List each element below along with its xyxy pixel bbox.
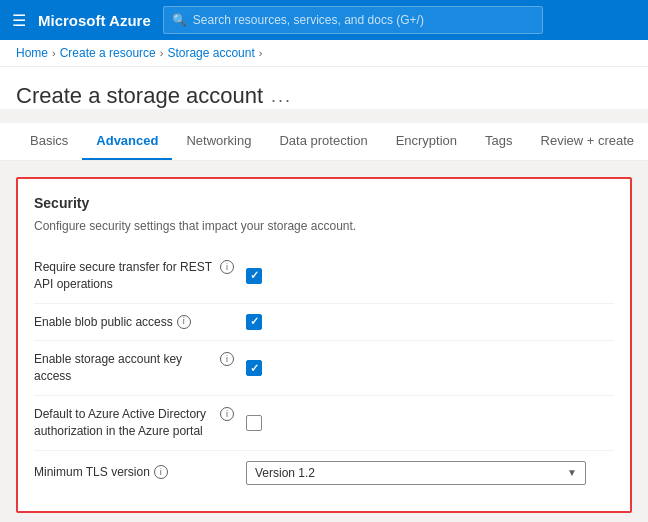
tab-basics[interactable]: Basics xyxy=(16,123,82,160)
tab-encryption[interactable]: Encryption xyxy=(382,123,471,160)
search-placeholder: Search resources, services, and docs (G+… xyxy=(193,13,424,27)
setting-row-aad-auth: Default to Azure Active Directory author… xyxy=(34,396,614,451)
search-bar[interactable]: 🔍 Search resources, services, and docs (… xyxy=(163,6,543,34)
setting-control-storage-key-access xyxy=(246,360,614,376)
dropdown-arrow-icon: ▼ xyxy=(567,467,577,478)
checkbox-blob-public-access[interactable] xyxy=(246,314,262,330)
setting-row-tls-version: Minimum TLS version i Version 1.2 ▼ xyxy=(34,451,614,495)
page-title-ellipsis[interactable]: ... xyxy=(271,86,292,107)
info-icon-secure-transfer[interactable]: i xyxy=(220,260,234,274)
tab-networking[interactable]: Networking xyxy=(172,123,265,160)
tab-data-protection[interactable]: Data protection xyxy=(265,123,381,160)
top-nav: ☰ Microsoft Azure 🔍 Search resources, se… xyxy=(0,0,648,40)
security-description: Configure security settings that impact … xyxy=(34,219,614,233)
setting-row-storage-key-access: Enable storage account key access i xyxy=(34,341,614,396)
checkbox-storage-key-access[interactable] xyxy=(246,360,262,376)
setting-label-secure-transfer: Require secure transfer for REST API ope… xyxy=(34,259,234,293)
main-content: Security Configure security settings tha… xyxy=(0,161,648,522)
security-box: Security Configure security settings tha… xyxy=(16,177,632,513)
breadcrumb-sep-3: › xyxy=(259,47,263,59)
setting-label-blob-public-access: Enable blob public access i xyxy=(34,314,234,331)
checkbox-aad-auth[interactable] xyxy=(246,415,262,431)
setting-control-tls-version: Version 1.2 ▼ xyxy=(246,461,614,485)
breadcrumb-sep-2: › xyxy=(160,47,164,59)
info-icon-tls-version[interactable]: i xyxy=(154,465,168,479)
search-icon: 🔍 xyxy=(172,13,187,27)
page-title: Create a storage account ... xyxy=(16,83,632,109)
tab-review-create[interactable]: Review + create xyxy=(527,123,648,160)
setting-label-tls-version: Minimum TLS version i xyxy=(34,464,234,481)
setting-control-aad-auth xyxy=(246,415,614,431)
tls-version-value: Version 1.2 xyxy=(255,466,315,480)
tabs-container: Basics Advanced Networking Data protecti… xyxy=(0,123,648,161)
hamburger-icon[interactable]: ☰ xyxy=(12,11,26,30)
page-title-text: Create a storage account xyxy=(16,83,263,109)
checkbox-secure-transfer[interactable] xyxy=(246,268,262,284)
setting-control-secure-transfer xyxy=(246,268,614,284)
breadcrumb-create-resource[interactable]: Create a resource xyxy=(60,46,156,60)
page-header: Create a storage account ... xyxy=(0,67,648,109)
tab-tags[interactable]: Tags xyxy=(471,123,526,160)
tab-advanced[interactable]: Advanced xyxy=(82,123,172,160)
breadcrumb-sep-1: › xyxy=(52,47,56,59)
info-icon-storage-key-access[interactable]: i xyxy=(220,352,234,366)
info-icon-blob-public-access[interactable]: i xyxy=(177,315,191,329)
setting-row-secure-transfer: Require secure transfer for REST API ope… xyxy=(34,249,614,304)
brand-name: Microsoft Azure xyxy=(38,12,151,29)
breadcrumb-storage-account[interactable]: Storage account xyxy=(167,46,254,60)
tls-version-dropdown[interactable]: Version 1.2 ▼ xyxy=(246,461,586,485)
breadcrumb: Home › Create a resource › Storage accou… xyxy=(0,40,648,67)
info-icon-aad-auth[interactable]: i xyxy=(220,407,234,421)
setting-label-storage-key-access: Enable storage account key access i xyxy=(34,351,234,385)
security-title: Security xyxy=(34,195,614,211)
setting-label-aad-auth: Default to Azure Active Directory author… xyxy=(34,406,234,440)
setting-control-blob-public-access xyxy=(246,314,614,330)
breadcrumb-home[interactable]: Home xyxy=(16,46,48,60)
setting-row-blob-public-access: Enable blob public access i xyxy=(34,304,614,342)
